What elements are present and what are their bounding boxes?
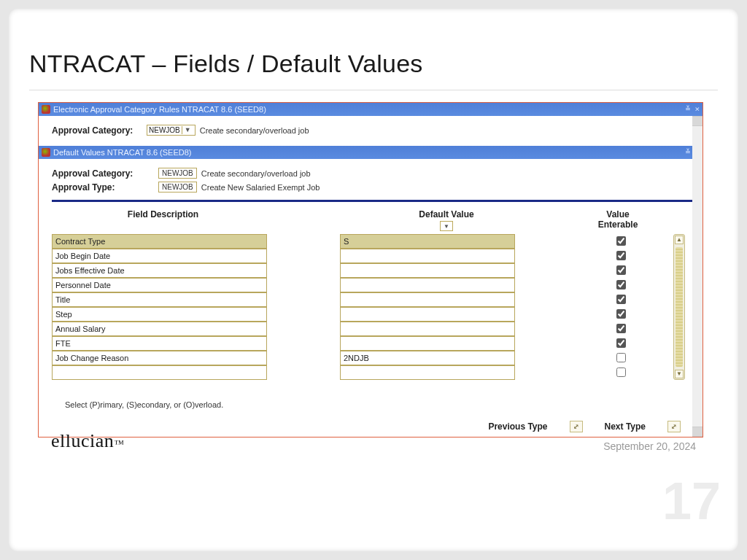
approval-category-code-2: NEWJOB xyxy=(158,168,197,179)
defaults-table: Field Description Default Value ▼ Value … xyxy=(39,209,703,409)
approval-type-code: NEWJOB xyxy=(158,182,197,192)
field-description-cell[interactable]: Personnel Date xyxy=(52,278,267,292)
app-icon xyxy=(42,105,50,114)
field-description-cell[interactable]: FTE xyxy=(52,336,267,351)
default-value-cell[interactable]: 2NDJB xyxy=(340,351,515,365)
title-divider xyxy=(29,90,718,90)
value-enterable-checkbox[interactable] xyxy=(616,368,626,377)
col-header-field-description: Field Description xyxy=(52,209,274,231)
value-enterable-checkbox[interactable] xyxy=(616,295,626,304)
default-value-cell[interactable] xyxy=(340,322,515,336)
value-enterable-cell xyxy=(588,338,654,349)
table-row[interactable] xyxy=(52,365,689,380)
value-enterable-checkbox[interactable] xyxy=(616,309,626,319)
scroll-down-icon[interactable]: ▼ xyxy=(675,370,684,378)
value-enterable-checkbox[interactable] xyxy=(616,236,626,246)
approval-category-code: NEWJOB xyxy=(149,126,180,134)
approval-category-dropdown[interactable]: NEWJOB ▼ xyxy=(147,125,196,136)
value-enterable-checkbox[interactable] xyxy=(616,338,626,348)
value-enterable-cell xyxy=(588,309,654,320)
approval-type-label: Approval Type: xyxy=(52,182,154,192)
default-value-cell[interactable] xyxy=(340,365,515,380)
value-enterable-checkbox[interactable] xyxy=(616,353,626,362)
brand-logo: ellucian™ xyxy=(51,430,125,451)
value-enterable-checkbox[interactable] xyxy=(616,280,626,289)
subheader-section: Approval Category: NEWJOB Create seconda… xyxy=(39,159,703,209)
approval-type-desc: Create New Salaried Exempt Job xyxy=(201,183,320,192)
grid-scrollbar[interactable]: ▲ ▼ xyxy=(673,234,685,380)
slide-number: 17 xyxy=(662,471,721,531)
value-enterable-checkbox[interactable] xyxy=(616,265,626,275)
section-divider xyxy=(52,200,695,202)
slide-date: September 20, 2024 xyxy=(603,440,696,452)
table-row[interactable]: Contract TypeS xyxy=(52,234,689,249)
chevron-down-icon[interactable]: ▼ xyxy=(182,126,193,134)
table-row[interactable]: Annual Salary xyxy=(52,322,689,336)
field-description-cell[interactable]: Step xyxy=(52,307,267,322)
approval-category-label-2: Approval Category: xyxy=(52,168,154,179)
col-header-value-enterable-l2: Enterable xyxy=(598,219,638,230)
table-row[interactable]: Title xyxy=(52,292,689,307)
field-description-cell[interactable]: Annual Salary xyxy=(52,322,267,336)
page-scrollbar[interactable] xyxy=(692,116,703,437)
page-scroll-up[interactable] xyxy=(692,116,703,126)
default-value-cell[interactable] xyxy=(340,249,515,263)
window-title-sub: Default Values NTRACAT 8.6 (SEED8) xyxy=(53,146,192,159)
table-row[interactable]: Jobs Effective Date xyxy=(52,263,689,278)
col-header-value-enterable-l1: Value xyxy=(606,209,629,219)
value-enterable-cell xyxy=(588,353,654,364)
field-description-cell[interactable]: Title xyxy=(52,292,267,307)
field-description-cell[interactable]: Job Change Reason xyxy=(52,351,267,365)
window-title-main: Electronic Approval Category Rules NTRAC… xyxy=(53,103,266,116)
approval-category-label: Approval Category: xyxy=(52,125,142,136)
minimize-icon[interactable]: ≚ xyxy=(686,146,691,159)
value-enterable-cell xyxy=(588,295,654,306)
default-value-cell[interactable] xyxy=(340,307,515,322)
value-enterable-cell xyxy=(588,368,654,378)
col-header-default-value: Default Value xyxy=(419,209,473,219)
minimize-icon[interactable]: ≚ xyxy=(686,103,691,116)
window-titlebar-main: Electronic Approval Category Rules NTRAC… xyxy=(39,103,703,116)
app-icon xyxy=(42,148,50,157)
approval-category-desc-2: Create secondary/overload job xyxy=(201,169,311,178)
table-row[interactable]: Personnel Date xyxy=(52,278,689,292)
default-value-cell[interactable] xyxy=(340,263,515,278)
field-description-cell[interactable] xyxy=(52,365,267,380)
value-enterable-checkbox[interactable] xyxy=(616,324,626,333)
default-value-cell[interactable] xyxy=(340,336,515,351)
default-value-dropdown-icon[interactable]: ▼ xyxy=(440,221,453,231)
value-enterable-cell xyxy=(588,251,654,262)
table-row[interactable]: FTE xyxy=(52,336,689,351)
header-section: Approval Category: NEWJOB ▼ Create secon… xyxy=(39,116,703,146)
value-enterable-cell xyxy=(588,280,654,291)
hint-text: Select (P)rimary, (S)econdary, or (O)ver… xyxy=(65,400,689,409)
grid-rows: Contract TypeSJob Begin DateJobs Effecti… xyxy=(52,234,689,380)
app-screenshot: Electronic Approval Category Rules NTRAC… xyxy=(38,102,703,438)
value-enterable-checkbox[interactable] xyxy=(616,251,626,260)
field-description-cell[interactable]: Contract Type xyxy=(52,234,267,249)
table-row[interactable]: Step xyxy=(52,307,689,322)
table-row[interactable]: Job Begin Date xyxy=(52,249,689,263)
field-description-cell[interactable]: Job Begin Date xyxy=(52,249,267,263)
window-titlebar-sub: Default Values NTRACAT 8.6 (SEED8) ≚ × xyxy=(39,146,703,159)
scroll-up-icon[interactable]: ▲ xyxy=(675,236,684,244)
default-value-cell[interactable] xyxy=(340,278,515,292)
default-value-cell[interactable] xyxy=(340,292,515,307)
value-enterable-cell xyxy=(588,236,654,247)
scroll-thumb[interactable] xyxy=(676,247,683,367)
slide-title: NTRACAT – Fields / Default Values xyxy=(29,50,718,78)
value-enterable-cell xyxy=(588,324,654,335)
value-enterable-cell xyxy=(588,265,654,276)
close-icon[interactable]: × xyxy=(694,103,700,116)
table-row[interactable]: Job Change Reason2NDJB xyxy=(52,351,689,365)
default-value-cell[interactable]: S xyxy=(340,234,515,249)
approval-category-desc: Create secondary/overload job xyxy=(200,126,309,135)
field-description-cell[interactable]: Jobs Effective Date xyxy=(52,263,267,278)
